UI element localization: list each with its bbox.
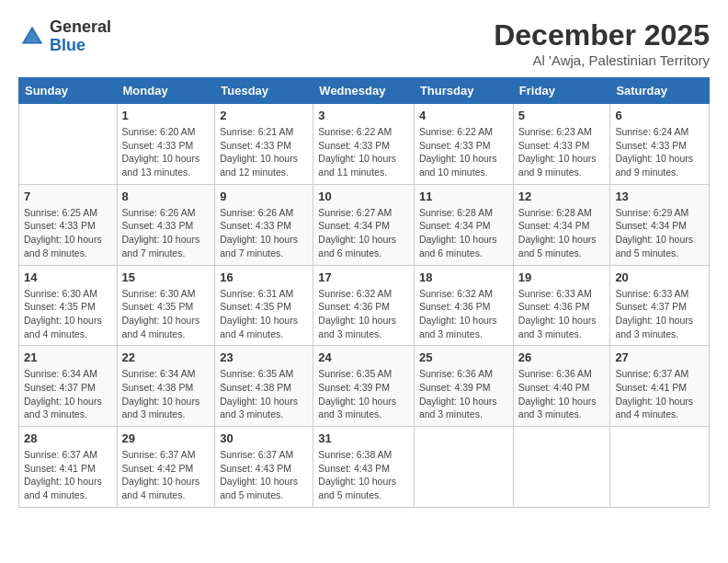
day-number: 27 xyxy=(615,350,704,364)
calendar-cell: 27Sunrise: 6:37 AMSunset: 4:41 PMDayligh… xyxy=(610,346,710,427)
page-header: General Blue December 2025 Al 'Awja, Pal… xyxy=(18,18,710,68)
day-number: 18 xyxy=(419,270,508,284)
calendar-cell: 8Sunrise: 6:26 AMSunset: 4:33 PMDaylight… xyxy=(117,184,215,265)
day-number: 19 xyxy=(518,270,606,284)
calendar-cell: 28Sunrise: 6:37 AMSunset: 4:41 PMDayligh… xyxy=(19,427,118,508)
day-info: Sunrise: 6:20 AMSunset: 4:33 PMDaylight:… xyxy=(122,125,210,179)
day-info: Sunrise: 6:30 AMSunset: 4:35 PMDaylight:… xyxy=(24,287,112,341)
day-number: 16 xyxy=(220,270,308,284)
day-number: 21 xyxy=(24,350,112,364)
calendar-cell xyxy=(610,427,710,508)
calendar-cell: 31Sunrise: 6:38 AMSunset: 4:43 PMDayligh… xyxy=(313,427,415,508)
calendar-cell: 30Sunrise: 6:37 AMSunset: 4:43 PMDayligh… xyxy=(215,427,313,508)
day-number: 14 xyxy=(24,270,112,284)
calendar-cell: 13Sunrise: 6:29 AMSunset: 4:34 PMDayligh… xyxy=(610,184,710,265)
calendar-cell xyxy=(414,427,513,508)
calendar-cell xyxy=(513,427,610,508)
calendar-cell: 10Sunrise: 6:27 AMSunset: 4:34 PMDayligh… xyxy=(313,184,415,265)
day-number: 6 xyxy=(615,109,704,122)
day-info: Sunrise: 6:34 AMSunset: 4:37 PMDaylight:… xyxy=(24,367,112,421)
day-number: 3 xyxy=(318,109,409,122)
day-info: Sunrise: 6:22 AMSunset: 4:33 PMDaylight:… xyxy=(419,125,508,179)
day-info: Sunrise: 6:25 AMSunset: 4:33 PMDaylight:… xyxy=(24,206,112,260)
calendar-cell: 1Sunrise: 6:20 AMSunset: 4:33 PMDaylight… xyxy=(117,104,215,185)
calendar-cell: 29Sunrise: 6:37 AMSunset: 4:42 PMDayligh… xyxy=(117,427,215,508)
calendar-cell: 25Sunrise: 6:36 AMSunset: 4:39 PMDayligh… xyxy=(414,346,513,427)
calendar-header-tuesday: Tuesday xyxy=(215,78,313,104)
day-info: Sunrise: 6:33 AMSunset: 4:36 PMDaylight:… xyxy=(518,287,606,341)
day-number: 25 xyxy=(419,350,508,364)
day-number: 9 xyxy=(220,190,308,203)
day-number: 28 xyxy=(24,431,112,445)
week-row-2: 7Sunrise: 6:25 AMSunset: 4:33 PMDaylight… xyxy=(19,184,710,265)
week-row-5: 28Sunrise: 6:37 AMSunset: 4:41 PMDayligh… xyxy=(19,427,710,508)
day-info: Sunrise: 6:37 AMSunset: 4:41 PMDaylight:… xyxy=(24,448,112,502)
day-info: Sunrise: 6:36 AMSunset: 4:39 PMDaylight:… xyxy=(419,367,508,421)
week-row-4: 21Sunrise: 6:34 AMSunset: 4:37 PMDayligh… xyxy=(19,346,710,427)
logo-icon xyxy=(18,23,46,51)
day-number: 12 xyxy=(518,190,606,203)
calendar-cell: 14Sunrise: 6:30 AMSunset: 4:35 PMDayligh… xyxy=(19,265,118,346)
day-info: Sunrise: 6:33 AMSunset: 4:37 PMDaylight:… xyxy=(615,287,704,341)
calendar-cell: 22Sunrise: 6:34 AMSunset: 4:38 PMDayligh… xyxy=(117,346,215,427)
calendar-cell: 9Sunrise: 6:26 AMSunset: 4:33 PMDaylight… xyxy=(215,184,313,265)
calendar-cell: 3Sunrise: 6:22 AMSunset: 4:33 PMDaylight… xyxy=(313,104,415,185)
day-info: Sunrise: 6:31 AMSunset: 4:35 PMDaylight:… xyxy=(220,287,308,341)
calendar-cell: 2Sunrise: 6:21 AMSunset: 4:33 PMDaylight… xyxy=(215,104,313,185)
calendar-cell: 12Sunrise: 6:28 AMSunset: 4:34 PMDayligh… xyxy=(513,184,610,265)
day-info: Sunrise: 6:29 AMSunset: 4:34 PMDaylight:… xyxy=(615,206,704,260)
day-info: Sunrise: 6:28 AMSunset: 4:34 PMDaylight:… xyxy=(419,206,508,260)
day-number: 13 xyxy=(615,190,704,203)
title-area: December 2025 Al 'Awja, Palestinian Terr… xyxy=(494,18,710,68)
day-info: Sunrise: 6:35 AMSunset: 4:39 PMDaylight:… xyxy=(318,367,409,421)
calendar-cell: 21Sunrise: 6:34 AMSunset: 4:37 PMDayligh… xyxy=(19,346,118,427)
logo: General Blue xyxy=(18,18,111,55)
day-number: 5 xyxy=(518,109,606,122)
calendar-header-row: SundayMondayTuesdayWednesdayThursdayFrid… xyxy=(19,78,710,104)
day-info: Sunrise: 6:38 AMSunset: 4:43 PMDaylight:… xyxy=(318,448,409,502)
calendar-cell: 4Sunrise: 6:22 AMSunset: 4:33 PMDaylight… xyxy=(414,104,513,185)
day-info: Sunrise: 6:28 AMSunset: 4:34 PMDaylight:… xyxy=(518,206,606,260)
day-info: Sunrise: 6:32 AMSunset: 4:36 PMDaylight:… xyxy=(318,287,409,341)
day-number: 17 xyxy=(318,270,409,284)
day-info: Sunrise: 6:37 AMSunset: 4:43 PMDaylight:… xyxy=(220,448,308,502)
day-number: 23 xyxy=(220,350,308,364)
day-number: 10 xyxy=(318,190,409,203)
day-info: Sunrise: 6:21 AMSunset: 4:33 PMDaylight:… xyxy=(220,125,308,179)
day-info: Sunrise: 6:35 AMSunset: 4:38 PMDaylight:… xyxy=(220,367,308,421)
calendar-cell xyxy=(19,104,118,185)
calendar-cell: 23Sunrise: 6:35 AMSunset: 4:38 PMDayligh… xyxy=(215,346,313,427)
day-number: 1 xyxy=(122,109,210,122)
day-info: Sunrise: 6:27 AMSunset: 4:34 PMDaylight:… xyxy=(318,206,409,260)
day-info: Sunrise: 6:36 AMSunset: 4:40 PMDaylight:… xyxy=(518,367,606,421)
day-info: Sunrise: 6:24 AMSunset: 4:33 PMDaylight:… xyxy=(615,125,704,179)
calendar-cell: 20Sunrise: 6:33 AMSunset: 4:37 PMDayligh… xyxy=(610,265,710,346)
calendar-cell: 6Sunrise: 6:24 AMSunset: 4:33 PMDaylight… xyxy=(610,104,710,185)
calendar-cell: 24Sunrise: 6:35 AMSunset: 4:39 PMDayligh… xyxy=(313,346,415,427)
calendar-header-monday: Monday xyxy=(117,78,215,104)
calendar-header-friday: Friday xyxy=(513,78,610,104)
calendar-header-saturday: Saturday xyxy=(610,78,710,104)
day-number: 20 xyxy=(615,270,704,284)
day-number: 11 xyxy=(419,190,508,203)
calendar-cell: 16Sunrise: 6:31 AMSunset: 4:35 PMDayligh… xyxy=(215,265,313,346)
day-info: Sunrise: 6:22 AMSunset: 4:33 PMDaylight:… xyxy=(318,125,409,179)
day-info: Sunrise: 6:26 AMSunset: 4:33 PMDaylight:… xyxy=(220,206,308,260)
calendar-table: SundayMondayTuesdayWednesdayThursdayFrid… xyxy=(18,77,710,508)
day-number: 22 xyxy=(122,350,210,364)
day-number: 7 xyxy=(24,190,112,203)
day-number: 4 xyxy=(419,109,508,122)
calendar-cell: 5Sunrise: 6:23 AMSunset: 4:33 PMDaylight… xyxy=(513,104,610,185)
day-info: Sunrise: 6:26 AMSunset: 4:33 PMDaylight:… xyxy=(122,206,210,260)
day-number: 26 xyxy=(518,350,606,364)
day-info: Sunrise: 6:34 AMSunset: 4:38 PMDaylight:… xyxy=(122,367,210,421)
week-row-3: 14Sunrise: 6:30 AMSunset: 4:35 PMDayligh… xyxy=(19,265,710,346)
calendar-header-sunday: Sunday xyxy=(19,78,118,104)
calendar-cell: 19Sunrise: 6:33 AMSunset: 4:36 PMDayligh… xyxy=(513,265,610,346)
page-title: December 2025 xyxy=(494,18,710,52)
day-number: 31 xyxy=(318,431,409,445)
day-info: Sunrise: 6:37 AMSunset: 4:41 PMDaylight:… xyxy=(615,367,704,421)
calendar-cell: 17Sunrise: 6:32 AMSunset: 4:36 PMDayligh… xyxy=(313,265,415,346)
day-number: 30 xyxy=(220,431,308,445)
logo-general-text: General xyxy=(50,18,111,37)
